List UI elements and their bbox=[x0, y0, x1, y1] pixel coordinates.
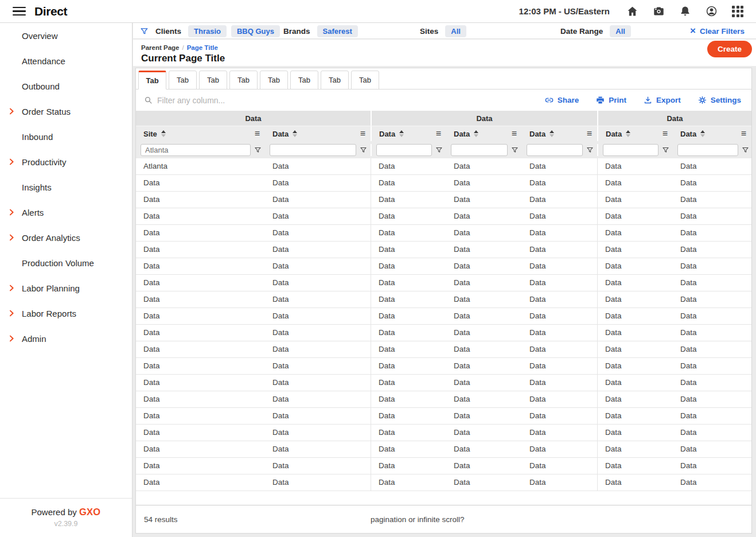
table-row[interactable]: DataDataDataDataDataDataData bbox=[136, 441, 751, 458]
table-row[interactable]: DataDataDataDataDataDataData bbox=[136, 425, 751, 441]
sort-icon[interactable] bbox=[700, 130, 705, 137]
filter-funnel-icon[interactable] bbox=[662, 146, 669, 154]
sidebar-item-production-volume[interactable]: Production Volume bbox=[0, 250, 132, 275]
column-menu-icon[interactable]: ≡ bbox=[587, 129, 592, 138]
sort-icon[interactable] bbox=[161, 130, 166, 137]
table-row[interactable]: DataDataDataDataDataDataData bbox=[136, 258, 751, 275]
column-menu-icon[interactable]: ≡ bbox=[255, 129, 260, 138]
table-cell: Data bbox=[136, 391, 265, 407]
column-filter-search[interactable] bbox=[144, 96, 260, 105]
table-cell: Data bbox=[265, 358, 371, 374]
breadcrumb-parent[interactable]: Parent Page bbox=[141, 44, 179, 51]
table-row[interactable]: DataDataDataDataDataDataData bbox=[136, 291, 751, 308]
settings-button[interactable]: Settings bbox=[698, 96, 741, 104]
apps-grid-icon[interactable] bbox=[732, 6, 743, 17]
tab-7[interactable]: Tab bbox=[321, 71, 349, 90]
column-filter-input-3[interactable] bbox=[376, 144, 432, 156]
filter-chip-thrasio[interactable]: Thrasio bbox=[188, 25, 227, 37]
table-row[interactable]: DataDataDataDataDataDataData bbox=[136, 208, 751, 225]
filter-funnel-icon[interactable] bbox=[435, 146, 443, 154]
sort-icon[interactable] bbox=[293, 130, 297, 137]
share-button[interactable]: Share bbox=[545, 96, 579, 104]
sort-icon[interactable] bbox=[626, 130, 630, 137]
hamburger-menu-icon[interactable] bbox=[13, 7, 26, 16]
filter-chip-all[interactable]: All bbox=[610, 25, 631, 37]
breadcrumb-current[interactable]: Page Title bbox=[187, 44, 218, 51]
table-row[interactable]: DataDataDataDataDataDataData bbox=[136, 341, 751, 358]
print-button[interactable]: Print bbox=[596, 96, 626, 104]
filter-funnel-icon[interactable] bbox=[254, 146, 262, 154]
export-button[interactable]: Export bbox=[644, 96, 681, 104]
tab-8[interactable]: Tab bbox=[351, 71, 379, 90]
home-icon[interactable] bbox=[626, 5, 638, 17]
table-row[interactable]: DataDataDataDataDataDataData bbox=[136, 391, 751, 408]
sidebar-item-labor-planning[interactable]: Labor Planning bbox=[0, 275, 132, 301]
filter-funnel-icon[interactable] bbox=[742, 146, 749, 154]
bell-icon[interactable] bbox=[679, 5, 691, 17]
table-row[interactable]: DataDataDataDataDataDataData bbox=[136, 242, 751, 258]
sidebar-item-admin[interactable]: Admin bbox=[0, 326, 132, 351]
sidebar-item-label: Labor Reports bbox=[22, 309, 76, 318]
column-menu-icon[interactable]: ≡ bbox=[436, 129, 441, 138]
filter-funnel-icon[interactable] bbox=[511, 146, 519, 154]
table-row[interactable]: DataDataDataDataDataDataData bbox=[136, 375, 751, 391]
column-menu-icon[interactable]: ≡ bbox=[663, 129, 668, 138]
sidebar-item-productivity[interactable]: Productivity bbox=[0, 149, 132, 174]
search-input[interactable] bbox=[157, 96, 260, 105]
create-button[interactable]: Create bbox=[707, 41, 752, 57]
clear-filters-button[interactable]: × Clear Filters bbox=[690, 23, 745, 39]
filter-funnel-icon[interactable] bbox=[586, 146, 594, 154]
sidebar-item-order-status[interactable]: Order Status bbox=[0, 99, 132, 124]
table-row[interactable]: DataDataDataDataDataDataData bbox=[136, 308, 751, 325]
column-filter-input-1[interactable] bbox=[141, 144, 251, 156]
tab-3[interactable]: Tab bbox=[199, 71, 227, 90]
sidebar-item-order-analytics[interactable]: Order Analytics bbox=[0, 225, 132, 250]
sidebar-item-insights[interactable]: Insights bbox=[0, 174, 132, 200]
sidebar-footer: Powered by GXO v2.39.9 bbox=[0, 498, 132, 537]
table-row[interactable]: DataDataDataDataDataDataData bbox=[136, 275, 751, 291]
table-cell: Data bbox=[446, 242, 522, 258]
powered-by-text: Powered by bbox=[32, 507, 77, 517]
table-row[interactable]: DataDataDataDataDataDataData bbox=[136, 225, 751, 242]
column-filter-input-5[interactable] bbox=[527, 144, 583, 156]
column-filter-input-6[interactable] bbox=[603, 144, 658, 156]
table-toolbar: SharePrintExportSettings bbox=[136, 90, 751, 111]
table-row[interactable]: DataDataDataDataDataDataData bbox=[136, 408, 751, 425]
sort-icon[interactable] bbox=[550, 130, 554, 137]
sidebar-item-overview[interactable]: Overview bbox=[0, 23, 132, 48]
column-filter-input-7[interactable] bbox=[677, 144, 738, 156]
sidebar-item-label: Order Analytics bbox=[22, 233, 80, 243]
filter-chip-bbq-guys[interactable]: BBQ Guys bbox=[231, 25, 280, 37]
filter-funnel-icon[interactable] bbox=[360, 146, 367, 154]
camera-icon[interactable] bbox=[653, 5, 665, 17]
column-filter-input-2[interactable] bbox=[270, 144, 356, 156]
tab-5[interactable]: Tab bbox=[260, 71, 288, 90]
sidebar-item-outbound[interactable]: Outbound bbox=[0, 73, 132, 99]
user-icon[interactable] bbox=[706, 5, 718, 17]
table-row[interactable]: DataDataDataDataDataDataData bbox=[136, 458, 751, 474]
column-menu-icon[interactable]: ≡ bbox=[360, 129, 365, 138]
sidebar-item-alerts[interactable]: Alerts bbox=[0, 200, 132, 225]
filter-chip-saferest[interactable]: Saferest bbox=[317, 25, 358, 37]
tab-2[interactable]: Tab bbox=[169, 71, 197, 90]
table-row[interactable]: DataDataDataDataDataDataData bbox=[136, 192, 751, 208]
filter-chip-all[interactable]: All bbox=[445, 25, 466, 37]
sort-icon[interactable] bbox=[474, 130, 478, 137]
tab-1[interactable]: Tab bbox=[138, 71, 166, 90]
column-filter-input-4[interactable] bbox=[451, 144, 508, 156]
table-row[interactable]: DataDataDataDataDataDataData bbox=[136, 474, 751, 491]
sort-icon[interactable] bbox=[399, 130, 404, 137]
sidebar-item-inbound[interactable]: Inbound bbox=[0, 124, 132, 149]
topbar-right: 12:03 PM - US/Eastern bbox=[519, 5, 743, 17]
table-row[interactable]: AtlantaDataDataDataDataDataData bbox=[136, 158, 751, 175]
sidebar-nav: OverviewAttendanceOutboundOrder StatusIn… bbox=[0, 23, 132, 498]
table-row[interactable]: DataDataDataDataDataDataData bbox=[136, 325, 751, 341]
tab-4[interactable]: Tab bbox=[229, 71, 258, 90]
column-menu-icon[interactable]: ≡ bbox=[741, 129, 746, 138]
sidebar-item-attendance[interactable]: Attendance bbox=[0, 48, 132, 73]
tab-6[interactable]: Tab bbox=[290, 71, 318, 90]
table-row[interactable]: DataDataDataDataDataDataData bbox=[136, 175, 751, 192]
column-menu-icon[interactable]: ≡ bbox=[512, 129, 517, 138]
sidebar-item-labor-reports[interactable]: Labor Reports bbox=[0, 301, 132, 326]
table-row[interactable]: DataDataDataDataDataDataData bbox=[136, 358, 751, 375]
